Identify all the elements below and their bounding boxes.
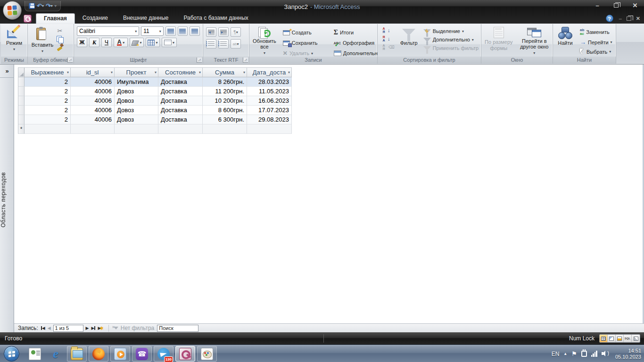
taskbar-access-button[interactable] [175, 346, 195, 362]
cell[interactable]: Доставка [158, 77, 203, 87]
decrease-indent-button[interactable] [206, 27, 216, 37]
cell[interactable]: 16.06.2023 [247, 96, 292, 106]
pivotchart-view-button[interactable] [616, 335, 624, 342]
minimize-button[interactable]: – [591, 2, 603, 9]
cell[interactable]: 28.03.2023 [247, 77, 292, 87]
office-button[interactable] [3, 1, 22, 20]
switch-windows-button[interactable]: Перейти в другое окно ▾ [518, 25, 551, 57]
new-record-selector[interactable]: * [18, 124, 25, 134]
cell[interactable]: 2 [25, 106, 71, 115]
child-minimize-button[interactable]: – [619, 16, 622, 21]
cell[interactable]: 6 300грн. [203, 115, 247, 124]
replace-button[interactable]: abacЗаменить [578, 28, 614, 36]
taskbar-paint-button[interactable] [197, 346, 217, 362]
align-center-button[interactable] [178, 26, 188, 36]
tab-sozdanie[interactable]: Создание [75, 13, 116, 24]
last-record-button[interactable]: ▶ [91, 326, 95, 330]
bold-button[interactable]: Ж [77, 38, 87, 47]
underline-button[interactable]: Ч [101, 38, 112, 47]
taskbar-contacts-button[interactable] [25, 345, 45, 362]
select-all-corner[interactable] [18, 67, 25, 77]
advanced-filter-button[interactable]: Дополнительно▾ [421, 36, 481, 43]
align-left-button[interactable] [165, 26, 176, 36]
cell[interactable]: 11 200грн. [203, 87, 247, 96]
save-record-button[interactable]: Сохранить [281, 38, 332, 48]
language-indicator[interactable]: EN [552, 351, 560, 357]
restore-button[interactable] [610, 2, 622, 9]
column-header-data-dosta[interactable]: Дата_доста▾ [247, 67, 292, 77]
size-to-fit-form-button[interactable]: По размеру формы [483, 25, 515, 57]
search-input[interactable] [157, 325, 198, 332]
taskbar-viber-button[interactable]: ☎ [132, 346, 152, 362]
record-position-box[interactable]: 1 из 5 [53, 325, 83, 332]
tab-rabota-s-bazami[interactable]: Работа с базами данных [176, 13, 256, 24]
column-header-sostoyanie[interactable]: Состояние▾ [158, 67, 203, 77]
record-selector[interactable] [18, 87, 25, 96]
cell[interactable] [203, 124, 247, 134]
cell[interactable]: 40006 [71, 77, 115, 87]
cell[interactable]: 29.08.2023 [247, 115, 292, 124]
taskbar-firefox-button[interactable] [89, 346, 108, 362]
fill-color-button[interactable]: ▾ [130, 38, 144, 47]
cell[interactable]: Довоз [115, 96, 158, 106]
start-button[interactable] [4, 346, 19, 362]
cell[interactable] [247, 124, 292, 134]
cell[interactable]: Довоз [115, 115, 158, 124]
new-record-button[interactable]: *Создать [281, 27, 332, 38]
numbered-list-button[interactable] [206, 39, 216, 49]
font-family-select[interactable]: Calibri ▾ [77, 26, 139, 36]
datasheet-view-button[interactable] [600, 335, 608, 342]
dialog-launcher-icon[interactable]: ◿ [67, 58, 73, 63]
gridlines-button[interactable]: ▾ [146, 38, 160, 47]
taskbar-media-player-button[interactable] [110, 346, 130, 362]
cell[interactable]: Доставка [158, 87, 203, 96]
cell[interactable]: 2 [25, 96, 71, 106]
pivottable-view-button[interactable] [608, 335, 616, 342]
font-color-button[interactable]: А▾ [114, 38, 128, 47]
increase-indent-button[interactable] [218, 27, 229, 37]
cell[interactable]: 40006 [71, 115, 115, 124]
cell[interactable] [158, 124, 203, 134]
cell[interactable]: 11.05.2023 [247, 87, 292, 96]
cell[interactable]: 8 600грн. [203, 106, 247, 115]
cell[interactable]: Довоз [115, 87, 158, 96]
record-selector[interactable] [18, 77, 25, 87]
expand-nav-pane-button[interactable]: » [0, 65, 14, 78]
record-selector[interactable] [18, 106, 25, 115]
font-size-select[interactable]: 11 ▾ [141, 26, 163, 36]
text-direction-button[interactable]: ¶▾ [231, 27, 241, 37]
tab-vneshnie-dannye[interactable]: Внешние данные [116, 13, 176, 24]
close-button[interactable]: ✕ [629, 2, 641, 9]
bullet-list-button[interactable] [218, 39, 229, 49]
network-signal-icon[interactable] [591, 351, 597, 357]
sql-view-button[interactable]: SQL [624, 335, 632, 342]
new-blank-record-button[interactable]: ▶✱ [98, 326, 103, 331]
refresh-all-button[interactable]: Обновить все ▾ [251, 25, 278, 57]
alternate-fill-button[interactable]: ▾ [162, 38, 177, 47]
child-restore-button[interactable] [627, 16, 631, 21]
column-header-vyrazhenie[interactable]: Выражение▾ [25, 67, 71, 77]
power-icon[interactable] [581, 351, 587, 357]
cell[interactable] [25, 124, 71, 134]
italic-button[interactable]: К [89, 38, 99, 47]
goto-button[interactable]: →Перейти▾ [578, 38, 614, 46]
previous-record-button[interactable]: ◀ [48, 326, 51, 330]
toggle-filter-button[interactable]: Применить фильтр [421, 45, 481, 51]
cut-button[interactable]: ✂ [57, 27, 63, 34]
next-record-button[interactable]: ▶ [86, 326, 89, 330]
record-selector[interactable] [18, 115, 25, 124]
format-painter-button[interactable] [57, 44, 63, 50]
column-header-proekt[interactable]: Проект▾ [115, 67, 158, 77]
cell[interactable]: 40006 [71, 106, 115, 115]
cell[interactable]: 40006 [71, 96, 115, 106]
cell[interactable]: Доставка [158, 96, 203, 106]
filter-button[interactable]: Фильтр [398, 25, 420, 57]
sort-ascending-button[interactable]: АЯ↓ [379, 26, 396, 34]
select-button[interactable]: Выбрать▾ [578, 48, 614, 55]
view-mode-button[interactable]: Режим ▾ [4, 25, 24, 57]
selection-filter-button[interactable]: ϟВыделение▾ [421, 28, 481, 34]
cell[interactable]: Доставка [158, 106, 203, 115]
paste-button[interactable]: Вставить ▾ [29, 25, 56, 57]
action-center-icon[interactable]: ⚑ [571, 350, 577, 357]
cell[interactable]: Имультима [115, 77, 158, 87]
